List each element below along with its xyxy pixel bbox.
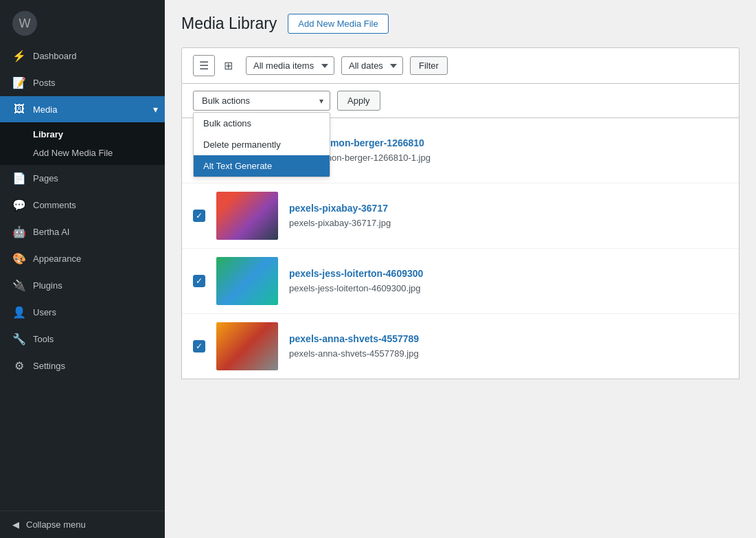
media-info-2: pexels-pixabay-36717 pexels-pixabay-3671… xyxy=(289,203,728,229)
sidebar-item-dashboard[interactable]: ⚡ Dashboard xyxy=(0,43,165,69)
dropdown-item-delete-permanently[interactable]: Delete permanently xyxy=(194,134,330,155)
media-icon: 🖼 xyxy=(12,103,26,115)
table-row: ✓ pexels-anna-shvets-4557789 pexels-anna… xyxy=(182,314,739,379)
bulk-actions-select[interactable]: Bulk actions xyxy=(193,91,330,111)
media-checkbox-2[interactable]: ✓ xyxy=(193,210,205,222)
sidebar-item-bertha-ai[interactable]: 🤖 Bertha AI xyxy=(0,218,165,245)
media-filename-2: pexels-pixabay-36717.jpg xyxy=(289,218,391,228)
settings-icon: ⚙ xyxy=(12,359,26,372)
filter-button[interactable]: Filter xyxy=(410,56,448,75)
page-header: Media Library Add New Media File xyxy=(181,14,740,34)
collapse-label: Collapse menu xyxy=(26,519,86,530)
bulk-actions-dropdown: Bulk actions Delete permanently Alt Text… xyxy=(193,112,330,177)
sidebar-item-label: Appearance xyxy=(33,254,81,264)
add-new-media-button[interactable]: Add New Media File xyxy=(288,14,388,34)
sidebar-item-tools[interactable]: 🔧 Tools xyxy=(0,326,165,352)
collapse-menu-button[interactable]: ◀ Collapse menu xyxy=(0,511,165,538)
media-thumbnail-4 xyxy=(216,322,278,370)
sidebar-media-submenu: Library Add New Media File xyxy=(0,122,165,165)
media-filename-3: pexels-jess-loiterton-4609300.jpg xyxy=(289,283,421,293)
media-filename-4: pexels-anna-shvets-4557789.jpg xyxy=(289,348,419,359)
plugins-icon: 🔌 xyxy=(12,279,26,292)
sidebar-item-label: Users xyxy=(33,307,56,317)
bulk-select-wrapper: Bulk actions ▾ Bulk actions Delete perma… xyxy=(193,91,330,111)
media-toolbar: ☰ ⊞ All media items All dates Filter xyxy=(181,47,740,84)
media-checkbox-4[interactable]: ✓ xyxy=(193,340,205,352)
media-title-2[interactable]: pexels-pixabay-36717 xyxy=(289,203,728,214)
chevron-icon: ▾ xyxy=(153,104,158,115)
media-thumbnail-2 xyxy=(216,192,278,240)
media-type-filter[interactable]: All media items xyxy=(246,56,334,75)
sidebar-item-plugins[interactable]: 🔌 Plugins xyxy=(0,272,165,299)
sidebar-nav: ⚡ Dashboard 📝 Posts 🖼 Media ▾ Library Ad… xyxy=(0,43,165,511)
collapse-icon: ◀ xyxy=(12,519,19,530)
sidebar: W ⚡ Dashboard 📝 Posts 🖼 Media ▾ Library … xyxy=(0,0,165,538)
media-thumbnail-3 xyxy=(216,257,278,305)
sidebar-item-users[interactable]: 👤 Users xyxy=(0,299,165,326)
bulk-actions-bar: Bulk actions ▾ Bulk actions Delete perma… xyxy=(181,84,740,118)
list-view-button[interactable]: ☰ xyxy=(193,55,215,76)
sidebar-item-settings[interactable]: ⚙ Settings xyxy=(0,352,165,379)
dashboard-icon: ⚡ xyxy=(12,49,26,63)
grid-view-button[interactable]: ⊞ xyxy=(218,55,239,76)
sidebar-item-appearance[interactable]: 🎨 Appearance xyxy=(0,245,165,272)
media-title-3[interactable]: pexels-jess-loiterton-4609300 xyxy=(289,268,728,279)
sidebar-item-label: Dashboard xyxy=(33,51,77,61)
media-checkbox-3[interactable]: ✓ xyxy=(193,275,205,287)
sidebar-item-label: Bertha AI xyxy=(33,227,69,237)
dropdown-item-bulk-actions[interactable]: Bulk actions xyxy=(194,113,330,134)
sidebar-logo: W xyxy=(0,0,165,43)
sidebar-item-label: Media xyxy=(33,104,57,115)
sidebar-sub-add-new[interactable]: Add New Media File xyxy=(0,144,165,162)
appearance-icon: 🎨 xyxy=(12,252,26,265)
comments-icon: 💬 xyxy=(12,199,26,212)
main-content: Media Library Add New Media File ☰ ⊞ All… xyxy=(165,0,756,538)
media-info-1: pexels-simon-berger-1266810 pexels-simon… xyxy=(289,137,728,164)
dropdown-item-alt-text-generate[interactable]: Alt Text Generate xyxy=(194,155,330,177)
pages-icon: 📄 xyxy=(12,172,26,185)
sidebar-item-label: Tools xyxy=(33,334,54,344)
page-title: Media Library xyxy=(181,14,277,33)
wp-icon: W xyxy=(12,11,37,36)
apply-button[interactable]: Apply xyxy=(337,91,380,111)
view-toggle: ☰ ⊞ xyxy=(193,55,239,76)
media-info-4: pexels-anna-shvets-4557789 pexels-anna-s… xyxy=(289,333,728,359)
posts-icon: 📝 xyxy=(12,76,26,89)
tools-icon: 🔧 xyxy=(12,333,26,346)
sidebar-item-label: Settings xyxy=(33,361,65,371)
sidebar-item-posts[interactable]: 📝 Posts xyxy=(0,69,165,96)
sidebar-item-label: Comments xyxy=(33,200,76,210)
sidebar-item-media[interactable]: 🖼 Media ▾ xyxy=(0,96,165,122)
table-row: ✓ pexels-pixabay-36717 pexels-pixabay-36… xyxy=(182,183,739,249)
sidebar-item-label: Posts xyxy=(33,78,56,88)
sidebar-item-pages[interactable]: 📄 Pages xyxy=(0,165,165,192)
sidebar-item-comments[interactable]: 💬 Comments xyxy=(0,192,165,218)
media-title-1[interactable]: pexels-simon-berger-1266810 xyxy=(289,137,728,148)
media-title-4[interactable]: pexels-anna-shvets-4557789 xyxy=(289,333,728,344)
date-filter[interactable]: All dates xyxy=(341,56,403,75)
table-row: ✓ pexels-jess-loiterton-4609300 pexels-j… xyxy=(182,249,739,314)
sidebar-sub-library[interactable]: Library xyxy=(0,125,165,144)
sidebar-item-label: Plugins xyxy=(33,280,62,291)
sidebar-item-label: Pages xyxy=(33,173,58,183)
users-icon: 👤 xyxy=(12,306,26,319)
bertha-ai-icon: 🤖 xyxy=(12,225,26,238)
media-info-3: pexels-jess-loiterton-4609300 pexels-jes… xyxy=(289,268,728,294)
